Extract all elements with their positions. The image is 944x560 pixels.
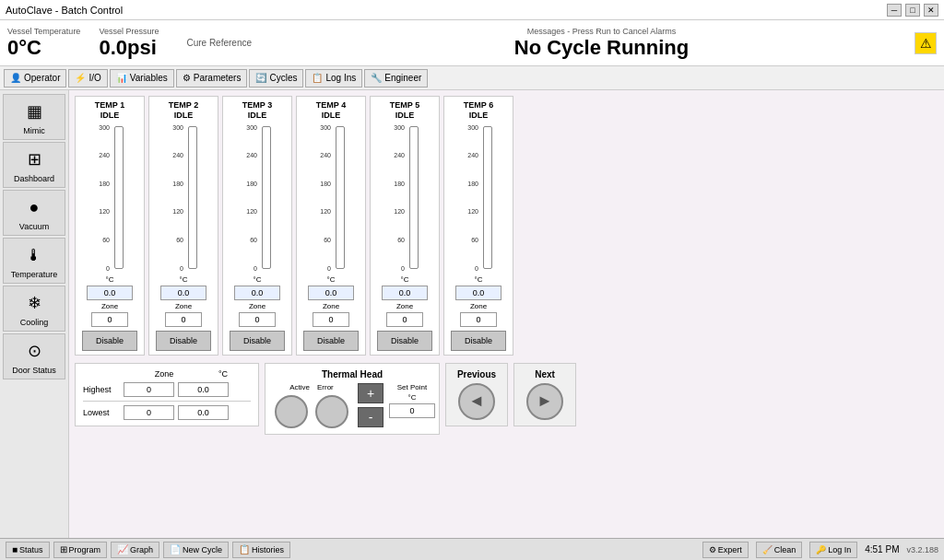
- toolbar-btn-engineer[interactable]: 🔧Engineer: [364, 69, 428, 88]
- toolbar-btn-i-o[interactable]: ⚡I/O: [68, 69, 107, 88]
- status-btn-graph[interactable]: 📈Graph: [111, 542, 159, 558]
- thermo-tube: [336, 126, 345, 269]
- messages-area: Messages - Press Run to Cancel Alarms No…: [289, 27, 914, 60]
- vessel-pressure-display: Vessel Pressure 0.0psi: [99, 27, 159, 60]
- temp-card-title: TEMP 6IDLE: [464, 100, 493, 121]
- status-btn-clean[interactable]: 🧹Clean: [756, 542, 803, 558]
- thermo-tube: [262, 126, 271, 269]
- setpoint-label: Set Point: [397, 383, 427, 391]
- sidebar-item-temperature[interactable]: 🌡Temperature: [3, 238, 65, 284]
- status-version: v3.2.188: [906, 545, 938, 554]
- status-right: ⚙Expert🧹Clean🔑Log In 4:51 PM v3.2.188: [702, 542, 938, 558]
- cure-reference: Cure Reference: [186, 38, 252, 48]
- cycle-status: No Cycle Running: [289, 36, 914, 60]
- setpoint-unit: °C: [408, 393, 417, 402]
- zone-input-3[interactable]: [239, 312, 276, 327]
- disable-button-6[interactable]: Disable: [451, 331, 506, 351]
- vessel-pressure-value: 0.0psi: [99, 36, 159, 60]
- toolbar: 👤Operator⚡I/O📊Variables⚙Parameters🔄Cycle…: [0, 66, 944, 90]
- error-label: Error: [317, 383, 334, 391]
- status-btn-expert[interactable]: ⚙Expert: [702, 542, 749, 558]
- plus-button[interactable]: +: [358, 383, 384, 403]
- header: Vessel Temperature 0°C Vessel Pressure 0…: [0, 20, 944, 66]
- temp-card-title: TEMP 5IDLE: [390, 100, 419, 121]
- thermo-tube: [409, 126, 419, 269]
- app-title: AutoClave - Batch Control: [6, 5, 123, 16]
- highest-row: Highest: [83, 382, 251, 397]
- sidebar-item-dashboard[interactable]: ⊞Dashboard: [3, 142, 65, 188]
- toolbar-btn-variables[interactable]: 📊Variables: [110, 69, 174, 88]
- toolbar-btn-parameters[interactable]: ⚙Parameters: [176, 69, 248, 88]
- disable-button-4[interactable]: Disable: [303, 331, 359, 351]
- vessel-temp-display: Vessel Temperature 0°C: [7, 27, 80, 60]
- lowest-c-input[interactable]: [178, 405, 229, 420]
- maximize-button[interactable]: □: [905, 4, 920, 17]
- sidebar-item-vacuum[interactable]: ●Vacuum: [3, 190, 65, 236]
- nav-panel: Previous ◄ Next ►: [445, 363, 576, 426]
- lowest-row: Lowest: [83, 405, 251, 420]
- zone-input-5[interactable]: [386, 312, 423, 327]
- lowest-label: Lowest: [83, 408, 120, 417]
- thermo-tube: [188, 126, 197, 269]
- active-label: Active: [289, 383, 310, 391]
- minimize-button[interactable]: ─: [887, 4, 902, 17]
- thermo-scale: 300240180120600: [96, 124, 110, 272]
- setpoint-input[interactable]: [389, 403, 435, 418]
- disable-button-3[interactable]: Disable: [230, 331, 285, 351]
- temp-value-input-5[interactable]: [382, 286, 428, 300]
- thermometer-1: 300240180120600: [96, 124, 124, 272]
- status-btn-new-cycle[interactable]: 📄New Cycle: [163, 542, 229, 558]
- vessel-temp-value: 0°C: [7, 36, 80, 60]
- zone-input-4[interactable]: [313, 312, 349, 327]
- sidebar-item-mimic[interactable]: ▦Mimic: [3, 94, 65, 140]
- temp-value-input-2[interactable]: [160, 286, 206, 300]
- previous-button[interactable]: Previous ◄: [445, 363, 508, 426]
- status-btn-status[interactable]: ■Status: [6, 542, 50, 558]
- status-btn-log in[interactable]: 🔑Log In: [809, 542, 857, 558]
- disable-button-1[interactable]: Disable: [82, 331, 137, 351]
- sidebar-item-cooling[interactable]: ❄Cooling: [3, 286, 65, 332]
- zone-input-1[interactable]: [91, 312, 128, 327]
- status-btn-program[interactable]: ⊞Program: [53, 542, 108, 558]
- temp-card-title: TEMP 2IDLE: [169, 100, 198, 121]
- disable-button-5[interactable]: Disable: [377, 331, 432, 351]
- temp-value-input-3[interactable]: [234, 286, 280, 300]
- temp-card-title: TEMP 4IDLE: [316, 100, 346, 121]
- zone-input-2[interactable]: [165, 312, 202, 327]
- disable-button-2[interactable]: Disable: [156, 331, 211, 351]
- previous-arrow: ◄: [458, 383, 495, 420]
- temp-value-input-1[interactable]: [87, 286, 133, 300]
- sidebar-item-door-status[interactable]: ⊙Door Status: [3, 333, 65, 379]
- highest-c-input[interactable]: [178, 382, 229, 397]
- zone-panel: Zone °C Highest Lowest: [75, 363, 259, 426]
- highest-zone-input[interactable]: [124, 382, 174, 397]
- temp-value-input-4[interactable]: [308, 286, 354, 300]
- vessel-pressure-label: Vessel Pressure: [99, 27, 159, 36]
- temp-card-1: TEMP 1IDLE 300240180120600 °C Zone Disab…: [75, 96, 145, 356]
- sidebar: ▦Mimic⊞Dashboard●Vacuum🌡Temperature❄Cool…: [0, 90, 69, 538]
- toolbar-btn-operator[interactable]: 👤Operator: [4, 69, 66, 88]
- messages-label: Messages - Press Run to Cancel Alarms: [289, 27, 914, 36]
- thermometer-4: 300240180120600: [317, 124, 345, 272]
- status-btn-histories[interactable]: 📋Histories: [232, 542, 290, 558]
- minus-button[interactable]: -: [358, 407, 384, 427]
- next-arrow: ►: [526, 383, 563, 420]
- thermometer-3: 300240180120600: [243, 124, 271, 272]
- toolbar-btn-cycles[interactable]: 🔄Cycles: [249, 69, 303, 88]
- status-bar: ■Status⊞Program📈Graph📄New Cycle📋Historie…: [0, 538, 944, 560]
- toolbar-btn-log ins[interactable]: 📋Log Ins: [305, 69, 362, 88]
- lowest-zone-input[interactable]: [124, 405, 174, 420]
- temp-card-2: TEMP 2IDLE 300240180120600 °C Zone Disab…: [148, 96, 218, 356]
- close-button[interactable]: ✕: [924, 4, 938, 17]
- thermal-head-panel: Thermal Head Active Error +: [265, 363, 440, 435]
- temp-card-6: TEMP 6IDLE 300240180120600 °C Zone Disab…: [443, 96, 513, 356]
- zone-input-6[interactable]: [460, 312, 497, 327]
- temp-card-4: TEMP 4IDLE 300240180120600 °C Zone Disab…: [296, 96, 366, 356]
- error-indicator: [315, 395, 348, 428]
- temp-value-input-6[interactable]: [455, 286, 502, 300]
- next-button[interactable]: Next ►: [513, 363, 576, 426]
- c-col-header: °C: [195, 369, 251, 379]
- bottom-panels: Zone °C Highest Lowest Thermal Head: [75, 363, 938, 435]
- thermo-scale: 300240180120600: [170, 124, 183, 272]
- thermo-tube: [114, 126, 124, 269]
